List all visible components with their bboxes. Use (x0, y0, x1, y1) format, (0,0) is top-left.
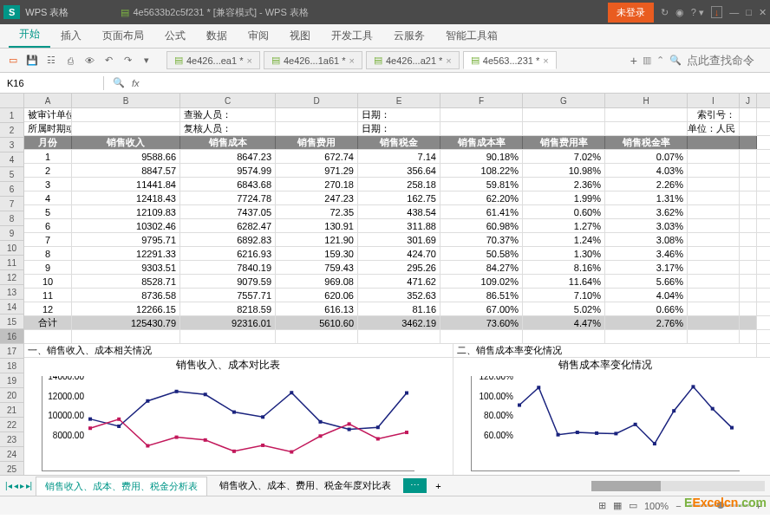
ribbon-tab-formula[interactable]: 公式 (154, 24, 196, 48)
cell[interactable]: 0.07% (605, 150, 688, 163)
cell[interactable]: 8847.57 (72, 164, 180, 177)
skin-icon[interactable]: ◉ (675, 7, 684, 18)
dropdown-icon[interactable]: ▾ (139, 53, 154, 68)
sheet-tab-1[interactable]: 销售收入、成本、费用、税金分析表 (36, 477, 207, 496)
cell[interactable]: 4.04% (605, 289, 688, 302)
col-header-G[interactable]: G (523, 94, 605, 107)
cell[interactable]: 72.35 (276, 205, 358, 218)
cell[interactable]: 9 (24, 261, 72, 274)
cell[interactable]: 70.37% (440, 233, 523, 246)
cell[interactable]: 9079.59 (180, 275, 276, 288)
cell[interactable] (688, 330, 740, 343)
cell[interactable] (688, 261, 740, 274)
cell[interactable] (740, 302, 757, 315)
cell[interactable]: 0.66% (605, 302, 688, 315)
cell[interactable]: 0.60% (523, 205, 605, 218)
cell[interactable]: 1.99% (523, 191, 605, 204)
sheet-more-icon[interactable]: ⋯ (403, 478, 427, 493)
col-header-C[interactable]: C (180, 94, 276, 107)
cell[interactable] (523, 122, 605, 135)
cell[interactable]: 108.22% (440, 164, 523, 177)
cell[interactable] (688, 247, 740, 260)
ribbon-tab-review[interactable]: 审阅 (238, 24, 279, 48)
ribbon-tab-insert[interactable]: 插入 (50, 24, 92, 48)
cell[interactable]: 159.30 (276, 247, 358, 260)
cell[interactable]: 3462.19 (358, 316, 440, 329)
row-header-11[interactable]: 11 (0, 256, 23, 270)
cell[interactable]: 7.02% (523, 150, 605, 163)
cell[interactable]: 3.03% (605, 219, 688, 232)
cell[interactable] (688, 150, 740, 163)
cell[interactable] (740, 233, 757, 246)
row-header-12[interactable]: 12 (0, 270, 23, 285)
save-icon[interactable]: 💾 (24, 53, 40, 68)
col-header-F[interactable]: F (440, 94, 523, 107)
ribbon-tab-start[interactable]: 开始 (9, 23, 50, 48)
row-header-14[interactable]: 14 (0, 300, 23, 315)
cell[interactable] (605, 108, 688, 121)
cell[interactable]: 4 (24, 191, 72, 204)
cell[interactable]: 311.88 (358, 219, 440, 232)
pin-icon[interactable]: ↓ (711, 6, 723, 18)
cell[interactable]: 销售税金 (358, 136, 440, 149)
cell[interactable] (440, 330, 523, 343)
cell[interactable]: 62.20% (440, 191, 523, 204)
cell[interactable] (688, 233, 740, 246)
cell[interactable]: 270.18 (276, 178, 358, 191)
ribbon-tab-cloud[interactable]: 云服务 (383, 24, 435, 48)
ribbon-tab-devtools[interactable]: 开发工具 (321, 24, 383, 48)
cell[interactable] (740, 178, 757, 191)
cell[interactable] (276, 108, 358, 121)
cell[interactable]: 1.27% (523, 219, 605, 232)
open-icon[interactable]: ☷ (43, 53, 59, 68)
cell[interactable]: 1.24% (523, 233, 605, 246)
cell[interactable]: 3.17% (605, 261, 688, 274)
cell[interactable]: 301.69 (358, 233, 440, 246)
cell[interactable]: 125430.79 (72, 316, 180, 329)
cell[interactable]: 8.16% (523, 261, 605, 274)
cell[interactable] (740, 275, 757, 288)
cell[interactable]: 销售费用率 (523, 136, 605, 149)
sheet-tab-2[interactable]: 销售收入、成本、费用、税金年度对比表 (211, 477, 400, 495)
zoom-level[interactable]: 100% (644, 501, 669, 511)
cell[interactable] (72, 122, 180, 135)
row-header-2[interactable]: 2 (0, 123, 23, 138)
row-header-1[interactable]: 1 (0, 108, 23, 123)
zoom-out-icon[interactable]: − (675, 501, 681, 511)
cell[interactable]: 1.30% (523, 247, 605, 260)
close-icon[interactable]: × (543, 55, 548, 66)
cell[interactable] (358, 330, 440, 343)
cell[interactable]: 12 (24, 302, 72, 315)
cell[interactable]: 3.62% (605, 205, 688, 218)
tab-list-icon[interactable]: ▥ (643, 55, 651, 66)
cell[interactable] (276, 330, 358, 343)
cell[interactable] (740, 108, 757, 121)
cell[interactable]: 8528.71 (72, 275, 180, 288)
row-header-5[interactable]: 5 (0, 167, 23, 182)
cell[interactable]: 7557.71 (180, 289, 276, 302)
row-header-3[interactable]: 3 (0, 138, 23, 152)
cell[interactable] (740, 316, 757, 329)
cell[interactable]: 3.08% (605, 233, 688, 246)
col-header-H[interactable]: H (605, 94, 688, 107)
cell[interactable]: 11441.84 (72, 178, 180, 191)
cell[interactable]: 61.41% (440, 205, 523, 218)
row-header-19[interactable]: 19 (0, 373, 23, 388)
close-icon[interactable]: ✕ (759, 7, 767, 18)
ribbon-tab-view[interactable]: 视图 (279, 24, 321, 48)
sheet-add-icon[interactable]: + (430, 481, 446, 491)
cell[interactable]: 2.36% (523, 178, 605, 191)
cell[interactable]: 4.47% (523, 316, 605, 329)
cell[interactable] (688, 205, 740, 218)
doc-tab-3[interactable]: ▤4e426...a21 *× (366, 51, 460, 69)
cell[interactable] (180, 330, 276, 343)
cell[interactable]: 5610.60 (276, 316, 358, 329)
cell[interactable]: 130.91 (276, 219, 358, 232)
cell[interactable]: 7.10% (523, 289, 605, 302)
cell[interactable] (740, 136, 757, 149)
cell[interactable]: 90.18% (440, 150, 523, 163)
row-header-7[interactable]: 7 (0, 197, 23, 211)
cell[interactable]: 6843.68 (180, 178, 276, 191)
cell[interactable]: 11.64% (523, 275, 605, 288)
cell[interactable] (605, 122, 688, 135)
